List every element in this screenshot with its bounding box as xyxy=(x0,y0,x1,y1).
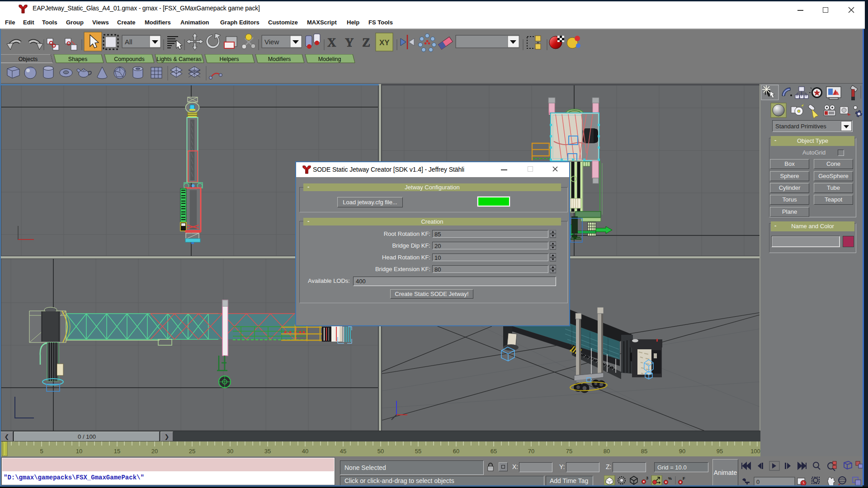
svg-text:70: 70 xyxy=(528,448,534,455)
svg-text:30: 30 xyxy=(227,448,233,455)
svg-text:95: 95 xyxy=(717,448,723,455)
svg-text:15: 15 xyxy=(114,448,120,455)
svg-text:Modeling: Modeling xyxy=(318,56,341,62)
svg-text:5: 5 xyxy=(40,448,43,455)
svg-text:Y: Y xyxy=(345,36,354,49)
svg-text:100: 100 xyxy=(750,448,760,455)
svg-text:85: 85 xyxy=(641,448,647,455)
svg-text:75: 75 xyxy=(566,448,572,455)
svg-text:50: 50 xyxy=(377,448,384,455)
svg-text:25: 25 xyxy=(189,448,195,455)
svg-text:20: 20 xyxy=(151,448,158,455)
svg-text:Shapes: Shapes xyxy=(68,56,87,62)
svg-text:All: All xyxy=(125,38,132,46)
svg-text:View: View xyxy=(264,38,279,46)
svg-text:Objects: Objects xyxy=(19,56,38,62)
svg-text:60: 60 xyxy=(453,448,459,455)
svg-text:X: X xyxy=(327,36,336,49)
svg-text:40: 40 xyxy=(302,448,308,455)
svg-text:90: 90 xyxy=(679,448,685,455)
svg-text:3: 3 xyxy=(646,476,648,480)
svg-text:Compounds: Compounds xyxy=(114,56,144,62)
svg-text:Lights & Cameras: Lights & Cameras xyxy=(156,56,201,62)
svg-text:XY: XY xyxy=(379,38,390,47)
svg-text:Helpers: Helpers xyxy=(219,56,239,62)
svg-text:Modifiers: Modifiers xyxy=(268,56,291,62)
svg-text:55: 55 xyxy=(415,448,421,455)
svg-text:45: 45 xyxy=(340,448,346,455)
svg-text:Z: Z xyxy=(362,36,370,49)
svg-text:35: 35 xyxy=(264,448,271,455)
svg-text:10: 10 xyxy=(76,448,82,455)
svg-text:80: 80 xyxy=(604,448,610,455)
svg-text:F: F xyxy=(683,476,685,481)
svg-text:65: 65 xyxy=(491,448,497,455)
svg-text:%: % xyxy=(668,476,672,481)
svg-text:0: 0 xyxy=(756,479,760,485)
